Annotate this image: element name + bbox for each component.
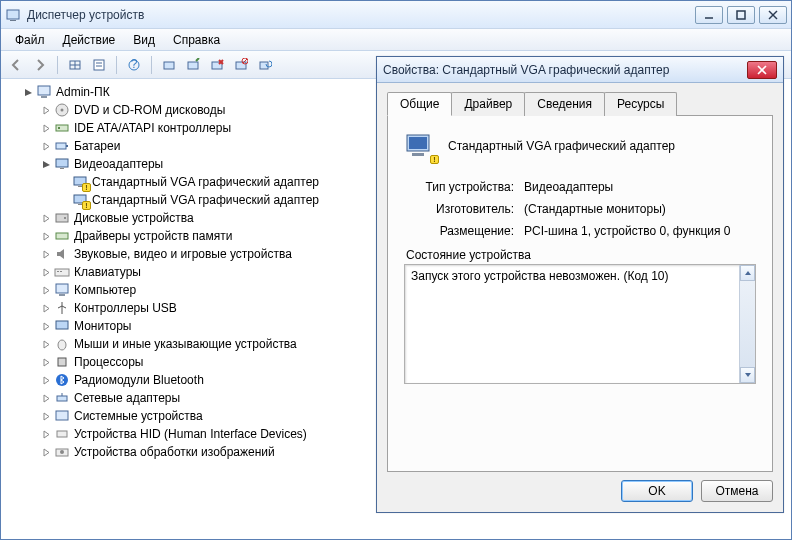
- svg-rect-15: [188, 62, 198, 69]
- svg-rect-39: [56, 233, 68, 239]
- label-device-type: Тип устройства:: [404, 180, 524, 194]
- svg-rect-41: [57, 271, 59, 272]
- svg-rect-30: [66, 145, 68, 147]
- menu-help[interactable]: Справка: [165, 31, 228, 49]
- computer-icon: [36, 84, 52, 100]
- svg-point-48: [56, 374, 68, 386]
- scroll-down-button[interactable]: [740, 367, 755, 383]
- hid-icon: [54, 426, 70, 442]
- toolbar-scan-button[interactable]: [158, 54, 180, 76]
- tree-device-label: Стандартный VGA графический адаптер: [92, 193, 319, 207]
- monitor-icon: [54, 318, 70, 334]
- maximize-button[interactable]: [727, 6, 755, 24]
- dialog-title: Свойства: Стандартный VGA графический ад…: [383, 63, 747, 77]
- display-icon: !: [72, 174, 88, 190]
- tree-root-label: Admin-ПК: [56, 85, 110, 99]
- menu-action[interactable]: Действие: [55, 31, 124, 49]
- tree-category-label: Компьютер: [74, 283, 136, 297]
- svg-rect-32: [60, 168, 64, 169]
- tab-details[interactable]: Сведения: [524, 92, 605, 116]
- expand-icon[interactable]: [39, 319, 53, 333]
- tree-category-label: Мыши и иные указывающие устройства: [74, 337, 297, 351]
- svg-rect-49: [57, 396, 67, 401]
- svg-point-46: [58, 340, 66, 350]
- expand-icon[interactable]: [39, 391, 53, 405]
- window-title: Диспетчер устройств: [27, 8, 695, 22]
- toolbar-forward-button[interactable]: [29, 54, 51, 76]
- tree-category-label: Радиомодули Bluetooth: [74, 373, 204, 387]
- tree-category-label: Сетевые адаптеры: [74, 391, 180, 405]
- svg-rect-43: [56, 284, 68, 293]
- svg-rect-59: [412, 153, 424, 156]
- svg-rect-42: [60, 271, 62, 272]
- expand-icon[interactable]: [39, 121, 53, 135]
- spacer: [57, 193, 71, 207]
- collapse-icon[interactable]: [39, 157, 53, 171]
- expand-icon[interactable]: [39, 211, 53, 225]
- svg-point-38: [64, 217, 66, 219]
- menu-file[interactable]: Файл: [7, 31, 53, 49]
- tab-resources[interactable]: Ресурсы: [604, 92, 677, 116]
- expand-icon[interactable]: [39, 445, 53, 459]
- mem-icon: [54, 228, 70, 244]
- tab-general[interactable]: Общие: [387, 92, 452, 116]
- expand-icon[interactable]: [39, 427, 53, 441]
- sys-icon: [54, 408, 70, 424]
- toolbar-back-button[interactable]: [5, 54, 27, 76]
- collapse-icon[interactable]: [21, 85, 35, 99]
- svg-rect-27: [56, 125, 68, 131]
- tree-category-label: Дисковые устройства: [74, 211, 194, 225]
- expand-icon[interactable]: [39, 139, 53, 153]
- svg-rect-24: [41, 96, 47, 98]
- tree-category-label: DVD и CD-ROM дисководы: [74, 103, 225, 117]
- tree-category-label: Системные устройства: [74, 409, 203, 423]
- svg-rect-9: [94, 60, 104, 70]
- toolbar-update-driver-button[interactable]: [182, 54, 204, 76]
- battery-icon: [54, 138, 70, 154]
- cancel-button[interactable]: Отмена: [701, 480, 773, 502]
- expand-icon[interactable]: [39, 337, 53, 351]
- toolbar-help-button[interactable]: ?: [123, 54, 145, 76]
- device-name: Стандартный VGA графический адаптер: [448, 139, 675, 153]
- tab-driver[interactable]: Драйвер: [451, 92, 525, 116]
- toolbar-refresh-button[interactable]: [254, 54, 276, 76]
- value-device-type: Видеоадаптеры: [524, 180, 756, 194]
- warning-badge-icon: !: [430, 155, 439, 164]
- expand-icon[interactable]: [39, 229, 53, 243]
- expand-icon[interactable]: [39, 283, 53, 297]
- device-status-textarea[interactable]: Запуск этого устройства невозможен. (Код…: [404, 264, 756, 384]
- svg-point-26: [61, 109, 64, 112]
- disk-icon: [54, 210, 70, 226]
- toolbar-separator: [57, 56, 58, 74]
- svg-rect-14: [164, 62, 174, 69]
- expand-icon[interactable]: [39, 355, 53, 369]
- close-button[interactable]: [759, 6, 787, 24]
- toolbar-uninstall-button[interactable]: [206, 54, 228, 76]
- minimize-button[interactable]: [695, 6, 723, 24]
- svg-rect-0: [7, 10, 19, 19]
- toolbar-disable-button[interactable]: [230, 54, 252, 76]
- toolbar-properties-button[interactable]: [88, 54, 110, 76]
- ok-button[interactable]: OK: [621, 480, 693, 502]
- scrollbar[interactable]: [739, 265, 755, 383]
- audio-icon: [54, 246, 70, 262]
- expand-icon[interactable]: [39, 301, 53, 315]
- expand-icon[interactable]: [39, 265, 53, 279]
- disc-icon: [54, 102, 70, 118]
- tree-category-label: Драйверы устройств памяти: [74, 229, 232, 243]
- svg-rect-19: [236, 62, 246, 69]
- titlebar[interactable]: Диспетчер устройств: [1, 1, 791, 29]
- tab-panel-general: ! Стандартный VGA графический адаптер Ти…: [387, 116, 773, 472]
- tree-category-label: Контроллеры USB: [74, 301, 177, 315]
- menu-view[interactable]: Вид: [125, 31, 163, 49]
- dialog-close-button[interactable]: [747, 61, 777, 79]
- scroll-up-button[interactable]: [740, 265, 755, 281]
- dialog-titlebar[interactable]: Свойства: Стандартный VGA графический ад…: [377, 57, 783, 83]
- expand-icon[interactable]: [39, 103, 53, 117]
- tree-category-label: Устройства обработки изображений: [74, 445, 275, 459]
- svg-rect-29: [56, 143, 66, 149]
- expand-icon[interactable]: [39, 409, 53, 423]
- expand-icon[interactable]: [39, 247, 53, 261]
- toolbar-show-hidden-button[interactable]: [64, 54, 86, 76]
- expand-icon[interactable]: [39, 373, 53, 387]
